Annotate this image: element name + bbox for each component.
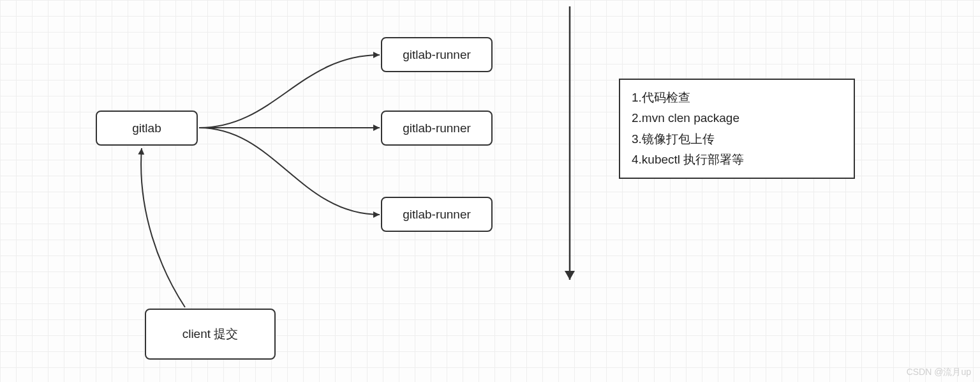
- edge-gitlab-runner3: [199, 128, 380, 215]
- gitlab-runner-label-3: gitlab-runner: [403, 208, 471, 222]
- step-2: 2.mvn clen package: [632, 108, 842, 128]
- step-1: 1.代码检查: [632, 88, 842, 108]
- watermark: CSDN @流月up: [907, 367, 971, 378]
- step-3: 3.镜像打包上传: [632, 129, 842, 149]
- gitlab-runner-node-2: gitlab-runner: [381, 111, 493, 146]
- gitlab-label: gitlab: [132, 121, 161, 135]
- client-node: client 提交: [145, 309, 276, 360]
- steps-box: 1.代码检查 2.mvn clen package 3.镜像打包上传 4.kub…: [619, 79, 855, 179]
- gitlab-runner-node-1: gitlab-runner: [381, 37, 493, 72]
- step-4: 4.kubectl 执行部署等: [632, 149, 842, 170]
- client-label: client 提交: [182, 326, 239, 342]
- edge-gitlab-runner1: [199, 55, 380, 128]
- edge-client-gitlab: [141, 148, 185, 307]
- gitlab-runner-label-1: gitlab-runner: [403, 48, 471, 62]
- gitlab-node: gitlab: [96, 111, 198, 146]
- gitlab-runner-label-2: gitlab-runner: [403, 121, 471, 135]
- gitlab-runner-node-3: gitlab-runner: [381, 197, 493, 232]
